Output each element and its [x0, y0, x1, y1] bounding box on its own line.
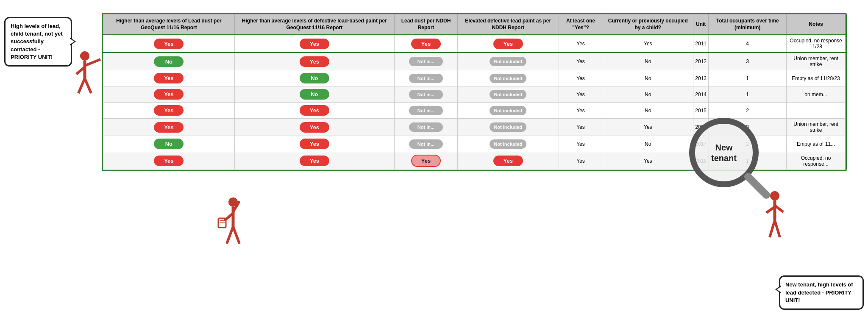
- table-cell: Yes: [395, 35, 458, 53]
- col-header-4: Elevated defective lead paint as per NDD…: [457, 14, 559, 35]
- table-cell: Yes: [559, 119, 603, 136]
- table-row: NoYesNot in...Not includedYesNo20123Unio…: [103, 53, 846, 70]
- table-cell: Yes: [395, 152, 458, 170]
- table-cell: Yes: [559, 53, 603, 70]
- svg-point-19: [770, 191, 779, 200]
- table-cell: Yes: [103, 152, 235, 170]
- table-cell: Yes: [559, 103, 603, 119]
- table-cell: Union member, rent strike: [787, 119, 846, 136]
- table-cell: Not in...: [395, 136, 458, 152]
- speech-bubble-right: New tenant, high levels of lead detected…: [779, 275, 864, 310]
- svg-line-24: [775, 220, 780, 237]
- svg-line-14: [233, 227, 239, 244]
- table-cell: Yes: [103, 70, 235, 86]
- table-cell: Occupied, no response 11/28: [787, 35, 846, 53]
- table-cell: Yes: [103, 103, 235, 119]
- table-cell: Empty as of 11...: [787, 136, 846, 152]
- table-cell: No: [603, 70, 693, 86]
- col-header-8: Total occupants over time (minimum): [709, 14, 787, 35]
- table-cell: No: [603, 103, 693, 119]
- svg-line-2: [85, 59, 100, 66]
- col-header-2: Higher than average levels of defective …: [234, 14, 394, 35]
- table-cell: Yes: [234, 53, 394, 70]
- table-cell: Yes: [234, 119, 394, 136]
- table-cell: Yes: [457, 35, 559, 53]
- svg-text:tenant: tenant: [711, 153, 737, 163]
- table-cell: Yes: [103, 119, 235, 136]
- table-cell: Yes: [457, 152, 559, 170]
- col-header-7: Unit: [693, 14, 709, 35]
- table-cell: 1: [709, 86, 787, 103]
- table-cell: Not included: [457, 103, 559, 119]
- table-row: YesYesYesYesYesYes20114Occupied, no resp…: [103, 35, 846, 53]
- table-cell: Not included: [457, 119, 559, 136]
- table-cell: 1: [709, 70, 787, 86]
- table-cell: 4: [709, 35, 787, 53]
- table-cell: Not included: [457, 70, 559, 86]
- table-cell: 2014: [693, 86, 709, 103]
- table-cell: Yes: [559, 70, 603, 86]
- table-cell: Union member, rent strike: [787, 53, 846, 70]
- table-cell: on mem...: [787, 86, 846, 103]
- table-cell: 2013: [693, 70, 709, 86]
- col-header-9: Notes: [787, 14, 846, 35]
- table-cell: Yes: [559, 152, 603, 170]
- table-cell: Not in...: [395, 70, 458, 86]
- svg-line-4: [78, 78, 85, 93]
- table-cell: Yes: [103, 86, 235, 103]
- table-cell: No: [103, 136, 235, 152]
- table-cell: Yes: [559, 136, 603, 152]
- svg-point-0: [80, 51, 89, 61]
- table-cell: Yes: [559, 86, 603, 103]
- svg-line-5: [85, 78, 91, 93]
- svg-text:New: New: [715, 143, 733, 152]
- table-cell: Occupied, no response...: [787, 152, 846, 170]
- svg-line-13: [227, 227, 233, 244]
- table-cell: No: [234, 86, 394, 103]
- table-cell: 3: [709, 53, 787, 70]
- table-cell: Yes: [103, 35, 235, 53]
- table-cell: Yes: [234, 35, 394, 53]
- table-cell: Yes: [603, 35, 693, 53]
- table-cell: Not in...: [395, 103, 458, 119]
- page-container: High levels of lead, child tenant, not y…: [0, 0, 868, 314]
- table-cell: No: [603, 53, 693, 70]
- table-cell: No: [603, 86, 693, 103]
- table-cell: [787, 103, 846, 119]
- table-cell: No: [234, 70, 394, 86]
- table-cell: Not in...: [395, 86, 458, 103]
- table-row: YesNoNot in...Not includedYesNo20141on m…: [103, 86, 846, 103]
- svg-line-16: [748, 177, 766, 195]
- table-cell: Not included: [457, 53, 559, 70]
- table-cell: Yes: [234, 136, 394, 152]
- table-cell: 2011: [693, 35, 709, 53]
- figure-left: [70, 51, 104, 103]
- table-cell: No: [603, 136, 693, 152]
- table-cell: Empty as of 11/28/23: [787, 70, 846, 86]
- table-cell: Yes: [559, 35, 603, 53]
- table-row: YesNoNot in...Not includedYesNo20131Empt…: [103, 70, 846, 86]
- table-cell: 2012: [693, 53, 709, 70]
- table-cell: Yes: [603, 152, 693, 170]
- table-cell: Yes: [603, 119, 693, 136]
- table-cell: Not in...: [395, 119, 458, 136]
- col-header-6: Currently or previously occupied by a ch…: [603, 14, 693, 35]
- table-cell: Not in...: [395, 53, 458, 70]
- table-cell: Not included: [457, 136, 559, 152]
- magnifier: New tenant: [686, 114, 771, 200]
- col-header-5: At least one "Yes"?: [559, 14, 603, 35]
- table-cell: No: [103, 53, 235, 70]
- table-cell: Not included: [457, 86, 559, 103]
- col-header-3: Lead dust per NDDH Report: [395, 14, 458, 35]
- table-header-row: Higher than average levels of Lead dust …: [103, 14, 846, 35]
- speech-bubble-left: High levels of lead, child tenant, not y…: [4, 17, 72, 67]
- figure-bottom-center: [216, 197, 250, 253]
- table-cell: Yes: [234, 103, 394, 119]
- svg-line-23: [770, 220, 775, 237]
- table-cell: Yes: [234, 152, 394, 170]
- col-header-1: Higher than average levels of Lead dust …: [103, 14, 235, 35]
